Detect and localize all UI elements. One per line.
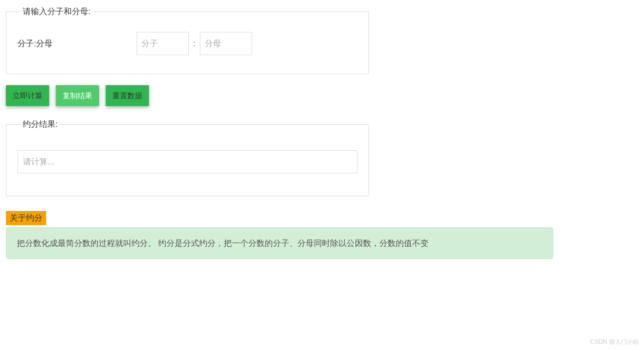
input-legend: 请输入分子和分母: xyxy=(21,6,92,17)
result-input[interactable] xyxy=(17,150,357,173)
denominator-input[interactable] xyxy=(200,32,252,55)
calculate-button[interactable]: 立即计算 xyxy=(6,85,49,106)
watermark: CSDN @入门小站 xyxy=(590,338,639,346)
result-legend: 约分结果: xyxy=(21,119,59,130)
copy-button[interactable]: 复制结果 xyxy=(56,85,99,106)
reset-button[interactable]: 重置数据 xyxy=(106,85,149,106)
fraction-separator: : xyxy=(193,39,195,48)
button-row: 立即计算 复制结果 重置数据 xyxy=(6,85,369,106)
fraction-row: 分子:分母 : xyxy=(17,32,357,55)
about-description: 把分数化成最简分数的过程就叫约分。 约分是分式约分，把一个分数的分子、分母同时除… xyxy=(6,227,553,259)
result-fieldset: 约分结果: xyxy=(6,119,369,196)
input-fieldset: 请输入分子和分母: 分子:分母 : xyxy=(6,6,369,74)
about-label: 关于约分 xyxy=(6,211,46,225)
fraction-label: 分子:分母 xyxy=(17,38,137,49)
numerator-input[interactable] xyxy=(137,32,189,55)
